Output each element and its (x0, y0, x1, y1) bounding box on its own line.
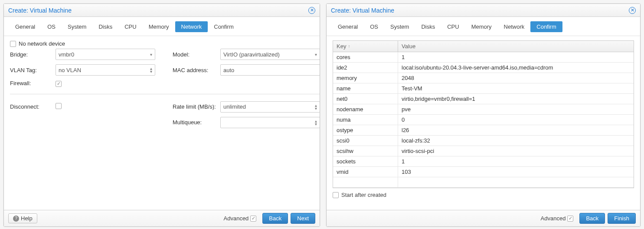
advanced-toggle[interactable]: Advanced✓ (224, 215, 257, 222)
dialog-header: Create: Virtual Machine ✕ (4, 4, 320, 17)
next-button[interactable]: Next (291, 213, 315, 224)
close-icon[interactable]: ✕ (308, 7, 315, 14)
cell-key: ide2 (333, 63, 398, 73)
cell-key: scsihw (333, 146, 398, 156)
dialog-footer: ?Help Advanced✓ Back Next (4, 210, 320, 226)
help-button[interactable]: ?Help (8, 213, 37, 223)
start-after-checkbox[interactable] (333, 192, 339, 198)
tab-cpu[interactable]: CPU (118, 21, 142, 32)
chevron-down-icon: ▾ (315, 52, 317, 57)
spinner-icon: ▴▾ (315, 104, 317, 110)
table-header: Key↑ Value (333, 41, 634, 52)
table-row[interactable]: cores1 (333, 52, 634, 63)
no-network-label: No network device (19, 40, 65, 47)
create-vm-dialog-network: Create: Virtual Machine ✕ GeneralOSSyste… (3, 3, 320, 227)
no-network-checkbox[interactable] (10, 41, 16, 47)
table-row[interactable]: nameTest-VM (333, 83, 634, 94)
back-button[interactable]: Back (262, 213, 288, 224)
advanced-toggle[interactable]: Advanced✓ (541, 215, 574, 222)
cell-key: numa (333, 115, 398, 125)
tab-confirm[interactable]: Confirm (208, 21, 240, 32)
cell-key: name (333, 83, 398, 93)
table-row[interactable]: net0virtio,bridge=vmbr0,firewall=1 (333, 94, 634, 104)
model-label: Model: (173, 51, 220, 58)
create-vm-dialog-confirm: Create: Virtual Machine ✕ GeneralOSSyste… (326, 3, 641, 227)
tab-system[interactable]: System (62, 21, 92, 32)
start-after-label: Start after created (341, 192, 386, 198)
chevron-down-icon: ▾ (150, 52, 152, 57)
col-key-header[interactable]: Key↑ (333, 41, 398, 52)
cell-key: nodename (333, 104, 398, 114)
tab-os[interactable]: OS (41, 21, 62, 32)
tab-general[interactable]: General (9, 21, 41, 32)
dialog-title: Create: Virtual Machine (8, 7, 72, 14)
tab-general[interactable]: General (332, 21, 364, 32)
cell-key: scsi0 (333, 136, 398, 146)
table-row[interactable]: scsihwvirtio-scsi-pci (333, 146, 634, 156)
table-row[interactable]: sockets1 (333, 156, 634, 167)
help-icon: ? (13, 216, 19, 222)
cell-value: local:iso/ubuntu-20.04.3-live-server-amd… (398, 63, 634, 73)
disconnect-label: Disconnect: (10, 103, 56, 110)
cell-value: local-zfs:32 (398, 136, 634, 146)
tab-cpu[interactable]: CPU (441, 21, 465, 32)
tab-network[interactable]: Network (175, 21, 208, 32)
advanced-checkbox[interactable]: ✓ (250, 216, 256, 222)
tab-disks[interactable]: Disks (92, 21, 118, 32)
table-row-empty (333, 177, 634, 188)
spinner-icon: ▴▾ (150, 67, 152, 73)
cell-key: net0 (333, 94, 398, 104)
cell-value: 0 (398, 115, 634, 125)
tab-os[interactable]: OS (364, 21, 384, 32)
cell-key: memory (333, 73, 398, 83)
vlan-label: VLAN Tag: (10, 67, 56, 73)
mac-input[interactable] (220, 64, 320, 76)
dialog-header: Create: Virtual Machine ✕ (327, 4, 640, 17)
tab-confirm[interactable]: Confirm (530, 21, 562, 32)
sort-asc-icon: ↑ (348, 44, 350, 49)
summary-table: Key↑ Value cores1ide2local:iso/ubuntu-20… (333, 40, 634, 188)
cell-value: virtio-scsi-pci (398, 146, 634, 156)
dialog-footer: Advanced✓ Back Finish (327, 210, 640, 226)
tab-system[interactable]: System (384, 21, 415, 32)
cell-key: vmid (333, 167, 398, 177)
tab-memory[interactable]: Memory (465, 21, 498, 32)
firewall-checkbox[interactable]: ✓ (56, 81, 62, 87)
bridge-select[interactable]: vmbr0▾ (56, 49, 155, 60)
close-icon[interactable]: ✕ (629, 7, 636, 14)
cell-value: 2048 (398, 73, 634, 83)
dialog-title: Create: Virtual Machine (331, 7, 394, 14)
network-panel: No network device Bridge: vmbr0▾ Model: … (4, 36, 320, 210)
finish-button[interactable]: Finish (608, 213, 636, 224)
cell-value: 1 (398, 52, 634, 62)
tab-network[interactable]: Network (498, 21, 531, 32)
cell-value: virtio,bridge=vmbr0,firewall=1 (398, 94, 634, 104)
tab-disks[interactable]: Disks (415, 21, 441, 32)
table-row[interactable]: ostypel26 (333, 125, 634, 136)
multiqueue-label: Multiqueue: (173, 119, 220, 126)
back-button[interactable]: Back (579, 213, 605, 224)
firewall-label: Firewall: (10, 80, 56, 86)
cell-key: sockets (333, 156, 398, 166)
table-row[interactable]: scsi0local-zfs:32 (333, 136, 634, 146)
table-row[interactable]: memory2048 (333, 73, 634, 83)
multiqueue-input[interactable]: ▴▾ (220, 117, 320, 128)
disconnect-checkbox[interactable] (56, 103, 62, 109)
tab-memory[interactable]: Memory (143, 21, 175, 32)
table-row[interactable]: vmid103 (333, 167, 634, 177)
cell-value: Test-VM (398, 83, 634, 93)
table-row[interactable]: ide2local:iso/ubuntu-20.04.3-live-server… (333, 63, 634, 73)
cell-key: cores (333, 52, 398, 62)
table-row[interactable]: nodenamepve (333, 104, 634, 115)
spinner-icon: ▴▾ (315, 119, 317, 126)
advanced-checkbox[interactable]: ✓ (567, 216, 573, 222)
cell-value: pve (398, 104, 634, 114)
cell-key: ostype (333, 125, 398, 135)
model-select[interactable]: VirtIO (paravirtualized)▾ (220, 49, 320, 60)
table-row[interactable]: numa0 (333, 115, 634, 125)
mac-label: MAC address: (173, 67, 220, 73)
wizard-tabs: GeneralOSSystemDisksCPUMemoryNetworkConf… (4, 17, 320, 36)
rate-input[interactable]: unlimited▴▾ (220, 101, 320, 113)
vlan-input[interactable]: no VLAN▴▾ (56, 64, 155, 76)
col-value-header[interactable]: Value (398, 41, 634, 52)
